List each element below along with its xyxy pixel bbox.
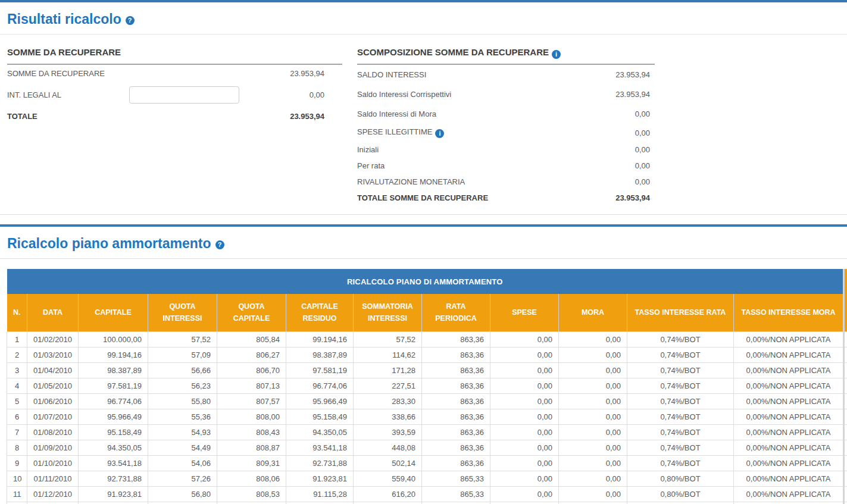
table-cell: 01/03/2010 [27,347,79,362]
table-cell: 99.194,16 [79,347,148,362]
table-cell: 90.306,29 [286,502,354,504]
table-cell: 0,00 [490,502,559,504]
table-cell: 94.350,05 [286,424,354,440]
help-icon[interactable]: ? [126,16,135,25]
table-row: 1201/01/201191.115,2856,33808,9990.306,2… [7,502,847,504]
table-cell [844,393,847,409]
table-cell: 0,00 [559,378,627,393]
info-icon[interactable]: i [552,50,561,59]
table-cell: 0,00%/NON APPLICATA [734,502,844,504]
totale-somme-label: TOTALE SOMME DA RECUPERARE [357,193,488,202]
table-cell: 808,06 [217,471,286,486]
table-row: 501/06/201096.774,0655,80807,5795.966,49… [7,393,847,409]
amortization-panel: Ricalcolo piano ammortamento? RICALCOLO … [0,224,847,504]
totale-somme-row: TOTALE SOMME DA RECUPERARE 23.953,94 [357,190,655,206]
table-cell: 808,87 [217,440,286,455]
saldo-corrispettivi-row: Saldo Interessi Corrispettivi 23.953,94 [357,84,655,104]
table-cell: 0,00%/NON APPLICATA [734,455,844,471]
table-cell: 806,27 [217,347,286,362]
saldo-interessi-value: 23.953,94 [615,70,650,79]
table-cell: 863,36 [422,347,490,362]
table-cell: 12 [7,502,27,504]
table-cell: 95.966,49 [286,393,354,409]
int-legali-label: INT. LEGALI AL [7,90,129,99]
table-cell: 808,53 [217,486,286,502]
saldo-interessi-row: SALDO INTERESSI 23.953,94 [357,65,655,84]
table-cell: 10 [7,471,27,486]
table-cell: 0,00 [490,331,559,347]
table-cell: 0,00 [490,471,559,486]
table-cell: 283,30 [354,393,422,409]
table-cell: 57,26 [148,471,217,486]
table-cell: 56,23 [148,378,217,393]
info-icon[interactable]: i [435,129,444,138]
table-cell: 9 [7,455,27,471]
table-cell [844,347,847,362]
table-cell: 0,00%/NON APPLICATA [734,347,844,362]
table-cell: 0,00%/NON APPLICATA [734,424,844,440]
table-cell: 863,36 [422,409,490,424]
rivalutazione-label: RIVALUTAZIONE MONETARIA [357,177,465,186]
table-cell [844,331,847,347]
table-body: 101/02/2010100.000,0057,52805,8499.194,1… [7,331,847,504]
table-cell: 100.000,00 [79,331,148,347]
table-cell: 57,52 [354,331,422,347]
int-legali-input[interactable] [129,86,239,104]
iniziali-value: 0,00 [635,145,650,154]
table-row: 1101/12/201091.923,8156,80808,5391.115,2… [7,486,847,502]
amortization-title-bar: Ricalcolo piano ammortamento? [0,227,847,259]
table-cell: 92.731,88 [286,455,354,471]
table-cell [844,471,847,486]
table-cell: 865,33 [422,502,490,504]
table-cell: 448,08 [354,440,422,455]
table-cell: 0,00 [559,440,627,455]
table-cutoff-column-header [844,269,847,331]
table-cell: 0,00 [490,347,559,362]
column-header: QUOTA CAPITALE [217,294,286,331]
table-cell: 01/06/2010 [27,393,79,409]
table-cell: 91.923,81 [79,486,148,502]
table-row: 401/05/201097.581,1956,23807,1396.774,06… [7,378,847,393]
table-cell: 55,36 [148,409,217,424]
results-title-bar: Risultati ricalcolo? [0,2,847,35]
table-row: 201/03/201099.194,1657,09806,2798.387,89… [7,347,847,362]
table-cell: 0,00%/NON APPLICATA [734,378,844,393]
column-header: SPESE [490,294,559,331]
amortization-table-wrap: RICALCOLO PIANO DI AMMORTAMENTO N.DATACA… [7,269,847,504]
table-cell: 97.581,19 [286,362,354,378]
table-cell: 807,13 [217,378,286,393]
table-cell: 0,74%/BOT [627,362,734,378]
int-legali-row: INT. LEGALI AL 0,00 [7,82,342,108]
table-cell [844,440,847,455]
spese-illegittime-value: 0,00 [635,129,650,137]
somme-row: SOMME DA RECUPERARE 23.953,94 [7,65,342,82]
somme-da-recuperare-section: SOMME DA RECUPERARE SOMME DA RECUPERARE … [7,35,342,206]
table-cell: 808,00 [217,409,286,424]
table-cell: 0,74%/BOT [627,393,734,409]
table-row: 601/07/201095.966,4955,36808,0095.158,49… [7,409,847,424]
table-cell: 0,00 [559,424,627,440]
int-legali-value: 0,00 [310,90,324,99]
help-icon[interactable]: ? [215,240,224,249]
table-cell: 54,06 [148,455,217,471]
table-cell [844,409,847,424]
table-cell: 01/11/2010 [27,471,79,486]
table-cell: 338,66 [354,409,422,424]
table-cell: 54,93 [148,424,217,440]
table-group-header: RICALCOLO PIANO DI AMMORTAMENTO [7,269,844,294]
somme-label: SOMME DA RECUPERARE [7,69,129,78]
table-cell: 3 [7,362,27,378]
saldo-mora-row: Saldo Interessi di Mora 0,00 [357,104,655,124]
table-cell [844,424,847,440]
column-header: TASSO INTERESSE RATA [627,294,734,331]
table-cell: 865,33 [422,486,490,502]
table-cell: 0,00 [490,440,559,455]
table-cell: 01/08/2010 [27,424,79,440]
table-cell: 57,52 [148,331,217,347]
column-header: SOMMATORIA INTERESSI [354,294,422,331]
table-cell: 98.387,89 [79,362,148,378]
scomposizione-heading-label: SCOMPOSIZIONE SOMME DA RECUPERARE [357,47,549,57]
table-cell: 0,00 [559,409,627,424]
table-cell: 6 [7,409,27,424]
amortization-table: RICALCOLO PIANO DI AMMORTAMENTO N.DATACA… [7,269,847,504]
